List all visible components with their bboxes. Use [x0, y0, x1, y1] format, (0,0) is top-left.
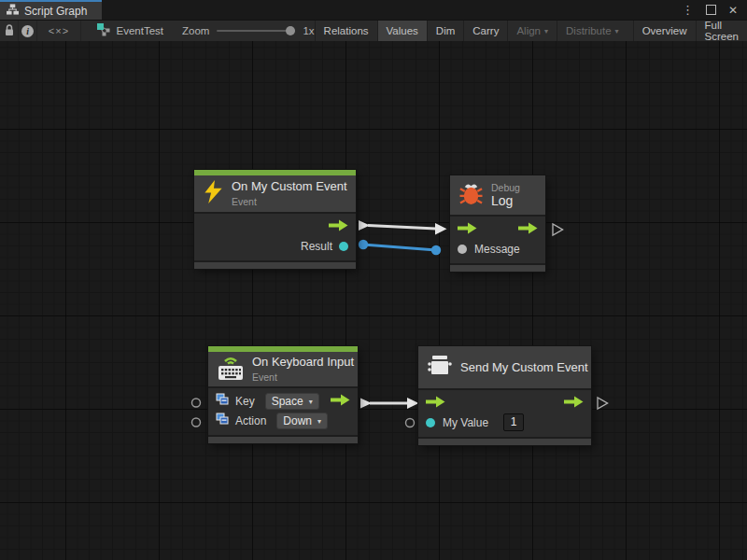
zoom-control: Zoom 1x: [182, 21, 315, 41]
lock-icon: [4, 23, 15, 38]
script-graph-icon: [7, 4, 19, 18]
node-body: Key Space ▾: [208, 386, 358, 435]
enum-type-icon: [216, 413, 229, 429]
node-header[interactable]: Send My Custom Event: [418, 346, 591, 388]
node-header[interactable]: On Keyboard Input Event: [208, 352, 358, 386]
toolbar-button-dim[interactable]: Dim: [427, 21, 463, 41]
maximize-button[interactable]: [706, 5, 716, 15]
node-title: On Keyboard Input: [252, 356, 354, 370]
toolbar-button-carry[interactable]: Carry: [463, 21, 507, 41]
wires-layer: [0, 41, 747, 560]
control-output-port[interactable]: [329, 218, 348, 235]
node-title: On My Custom Event: [232, 180, 347, 194]
node-footer: [418, 437, 591, 445]
control-input-port[interactable]: [426, 395, 445, 412]
dropdown-arrow-icon: ▾: [615, 27, 619, 35]
node-on-my-custom-event[interactable]: On My Custom Event Event Result: [194, 170, 356, 269]
enum-type-icon: [216, 393, 229, 410]
my-value-input[interactable]: 1: [503, 413, 524, 431]
inspect-button[interactable]: i: [19, 21, 37, 41]
lightning-bolt-icon: [204, 180, 223, 207]
node-on-keyboard-input[interactable]: On Keyboard Input Event Key Spac: [208, 346, 358, 443]
toolbar-button-values[interactable]: Values: [377, 21, 427, 41]
graph-name-label: EventTest: [117, 25, 164, 36]
result-value-port[interactable]: [339, 242, 348, 251]
node-subtitle: Event: [252, 371, 354, 383]
message-port-label: Message: [474, 243, 520, 256]
unconnected-control-outlet-send-event[interactable]: [598, 398, 608, 409]
zoom-value: 1x: [303, 25, 314, 36]
unconnected-value-inlet-key[interactable]: [192, 399, 201, 407]
custom-event-icon: [428, 355, 452, 381]
control-wire-keyboard-to-send[interactable]: [360, 398, 419, 409]
node-send-my-custom-event[interactable]: Send My Custom Event: [418, 346, 591, 445]
dropdown-arrow-icon: ▾: [309, 398, 313, 406]
info-icon: i: [21, 25, 34, 37]
control-output-port[interactable]: [518, 221, 538, 238]
graph-toolbar: i <×> EventTest Zoom 1x: [0, 20, 747, 42]
node-subtitle: Event: [232, 196, 347, 207]
node-header[interactable]: On My Custom Event Event: [194, 175, 356, 212]
action-dropdown[interactable]: Down ▾: [276, 413, 328, 429]
toolbar-button-relations[interactable]: Relations: [315, 21, 377, 41]
node-title: Log: [491, 193, 520, 208]
unconnected-control-outlet-debug-log[interactable]: [553, 224, 563, 235]
dropdown-arrow-icon: ▾: [544, 27, 548, 35]
node-title: Send My Custom Event: [460, 360, 588, 374]
value-wire-result-to-message[interactable]: [359, 240, 441, 255]
tab-bar: Script Graph ⋮ ✕: [0, 0, 747, 20]
my-value-port[interactable]: [426, 418, 435, 427]
node-debug-log[interactable]: Debug Log: [450, 175, 545, 272]
bug-icon: [459, 181, 483, 209]
toolbar-button-fullscreen[interactable]: Full Screen: [696, 21, 747, 41]
edit-code-button[interactable]: <×>: [37, 21, 80, 41]
code-icon: <×>: [49, 25, 69, 36]
control-output-port[interactable]: [564, 395, 584, 412]
node-kicker: Debug: [491, 182, 520, 193]
key-port-label: Key: [235, 395, 255, 408]
node-footer: [194, 260, 356, 269]
toolbar-button-overview[interactable]: Overview: [633, 21, 696, 41]
node-body: My Value 1: [418, 388, 591, 437]
key-dropdown[interactable]: Space ▾: [265, 393, 319, 410]
toolbar-button-distribute[interactable]: Distribute ▾: [557, 21, 627, 41]
result-port-label: Result: [301, 240, 332, 253]
lock-button[interactable]: [0, 21, 19, 41]
zoom-slider-handle[interactable]: [286, 26, 295, 35]
unconnected-value-inlet-my-value[interactable]: [406, 419, 415, 427]
graph-asset-icon: [97, 23, 111, 38]
unconnected-value-inlet-action[interactable]: [192, 418, 201, 427]
zoom-slider[interactable]: [217, 30, 295, 32]
control-wire-event-to-log[interactable]: [359, 220, 447, 235]
node-body: Result: [194, 212, 356, 260]
window-controls: ⋮ ✕: [682, 0, 747, 20]
window-menu-button[interactable]: ⋮: [682, 4, 694, 16]
message-value-port[interactable]: [458, 245, 467, 254]
my-value-port-label: My Value: [443, 416, 488, 429]
node-footer: [450, 263, 545, 272]
dropdown-arrow-icon: ▾: [317, 417, 321, 426]
tab-script-graph[interactable]: Script Graph: [0, 0, 102, 20]
zoom-label: Zoom: [182, 25, 209, 36]
control-output-port[interactable]: [331, 393, 350, 410]
graph-canvas[interactable]: On My Custom Event Event Result: [0, 41, 747, 560]
toolbar-button-align[interactable]: Align ▾: [507, 21, 557, 41]
toolbar-buttons: Relations Values Dim Carry Align ▾ Distr…: [315, 21, 747, 41]
close-button[interactable]: ✕: [728, 5, 738, 16]
graph-breadcrumb[interactable]: EventTest: [97, 21, 164, 41]
control-input-port[interactable]: [458, 221, 477, 238]
keyboard-icon: [218, 355, 244, 385]
unity-script-graph-window: Script Graph ⋮ ✕ i <×>: [0, 0, 747, 560]
tab-title: Script Graph: [24, 5, 87, 18]
node-body: Message: [450, 215, 545, 263]
node-header[interactable]: Debug Log: [450, 175, 545, 215]
action-port-label: Action: [235, 414, 266, 427]
node-footer: [208, 435, 358, 443]
